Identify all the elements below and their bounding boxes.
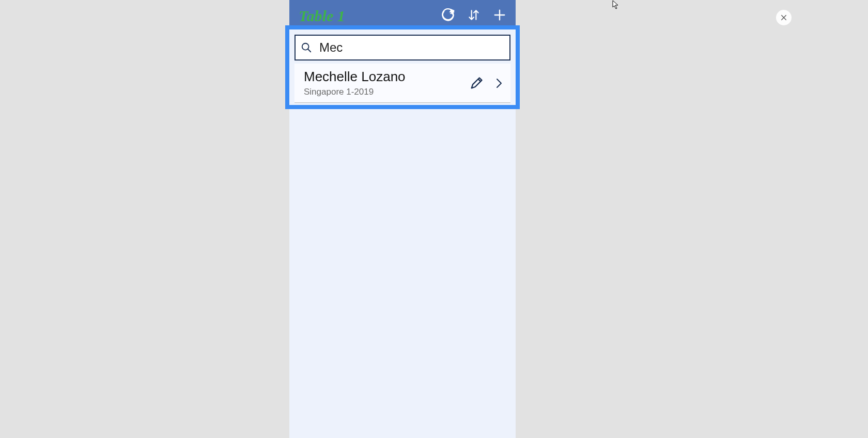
result-row[interactable]: Mechelle Lozano Singapore 1-2019: [295, 64, 510, 103]
result-text: Mechelle Lozano Singapore 1-2019: [304, 69, 469, 97]
close-icon: [780, 13, 788, 22]
svg-line-7: [308, 49, 311, 52]
cursor-icon: [612, 0, 619, 9]
search-highlight: Mechelle Lozano Singapore 1-2019: [285, 25, 520, 109]
search-input[interactable]: [319, 40, 504, 55]
plus-icon: [492, 8, 507, 22]
refresh-button[interactable]: [437, 4, 459, 26]
edit-button[interactable]: [469, 76, 484, 90]
add-button[interactable]: [489, 4, 510, 26]
close-button[interactable]: [776, 10, 792, 25]
refresh-icon: [441, 8, 455, 22]
result-subtitle: Singapore 1-2019: [304, 87, 469, 97]
pencil-icon: [469, 76, 484, 90]
panel-title: Table 1: [299, 6, 433, 24]
chevron-right-icon: [493, 77, 505, 89]
open-button[interactable]: [493, 77, 505, 89]
search-icon: [301, 42, 312, 53]
table-panel: Table 1: [289, 0, 516, 438]
sort-button[interactable]: [463, 4, 485, 26]
sort-icon: [467, 8, 481, 22]
search-field[interactable]: [295, 35, 510, 61]
result-name: Mechelle Lozano: [304, 69, 469, 85]
